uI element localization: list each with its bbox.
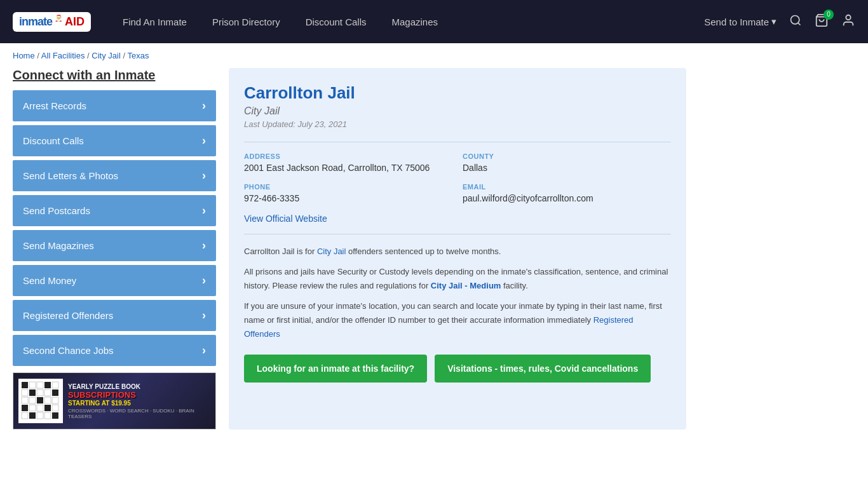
address-label: ADDRESS <box>244 152 452 160</box>
svg-rect-27 <box>37 412 43 419</box>
divider <box>244 234 671 234</box>
breadcrumb-all-facilities[interactable]: All Facilities <box>41 51 85 60</box>
address-section: ADDRESS 2001 East Jackson Road, Carrollt… <box>244 152 452 173</box>
chevron-right-icon: › <box>202 309 206 322</box>
svg-rect-26 <box>29 412 36 419</box>
sidebar-item-send-letters[interactable]: Send Letters & Photos › <box>13 160 216 191</box>
svg-rect-16 <box>29 397 36 403</box>
facility-desc-2: All prisons and jails have Security or C… <box>244 265 671 293</box>
breadcrumb-state[interactable]: Texas <box>127 51 149 60</box>
nav-discount-calls[interactable]: Discount Calls <box>306 17 367 27</box>
sidebar-item-label: Send Magazines <box>23 240 94 251</box>
chevron-right-icon: › <box>202 204 206 217</box>
sidebar-item-send-postcards[interactable]: Send Postcards › <box>13 195 216 226</box>
main-content: Connect with an Inmate Arrest Records › … <box>0 68 699 442</box>
svg-rect-12 <box>37 390 43 396</box>
svg-rect-21 <box>29 405 36 411</box>
looking-for-inmate-button[interactable]: Looking for an inmate at this facility? <box>244 355 427 383</box>
phone-label: PHONE <box>244 183 452 191</box>
email-label: EMAIL <box>463 183 671 191</box>
svg-rect-17 <box>37 397 43 403</box>
svg-rect-19 <box>52 397 58 403</box>
svg-rect-8 <box>44 382 51 388</box>
sidebar-item-label: Send Postcards <box>23 205 90 216</box>
facility-info-grid: ADDRESS 2001 East Jackson Road, Carrollt… <box>244 142 671 203</box>
breadcrumb: Home / All Facilities / City Jail / Texa… <box>0 43 868 68</box>
phone-section: PHONE 972-466-3335 <box>244 183 452 203</box>
sidebar-item-discount-calls[interactable]: Discount Calls › <box>13 125 216 156</box>
chevron-right-icon: › <box>202 344 206 357</box>
main-nav: Find An Inmate Prison Directory Discount… <box>123 17 685 27</box>
nav-prison-directory[interactable]: Prison Directory <box>212 17 280 27</box>
user-account-button[interactable] <box>841 13 855 30</box>
sidebar-item-arrest-records[interactable]: Arrest Records › <box>13 90 216 121</box>
header-right: Send to Inmate ▾ 0 <box>704 13 855 30</box>
city-jail-link-1[interactable]: City Jail <box>317 247 346 256</box>
send-to-inmate-button[interactable]: Send to Inmate ▾ <box>704 16 776 27</box>
sidebar-item-label: Send Letters & Photos <box>23 170 118 181</box>
chevron-right-icon: › <box>202 134 206 147</box>
svg-rect-5 <box>22 382 28 388</box>
visitations-button[interactable]: Visitations - times, rules, Covid cancel… <box>435 355 651 383</box>
svg-rect-29 <box>52 412 58 419</box>
sidebar-advertisement[interactable]: YEARLY PUZZLE BOOK SUBSCRIPTIONS STARTIN… <box>13 372 216 430</box>
facility-last-updated: Last Updated: July 23, 2021 <box>244 119 671 129</box>
email-value: paul.wilford@cityofcarrollton.com <box>463 193 671 203</box>
logo-hat: 🎅 <box>55 15 62 22</box>
cart-count-badge: 0 <box>824 10 834 20</box>
address-value: 2001 East Jackson Road, Carrollton, TX 7… <box>244 163 452 173</box>
svg-rect-9 <box>52 382 58 388</box>
ad-puzzle-image <box>18 379 63 423</box>
facility-desc-1: Carrollton Jail is for City Jail offende… <box>244 245 671 259</box>
sidebar-item-label: Send Money <box>23 275 76 286</box>
breadcrumb-home[interactable]: Home <box>13 51 35 60</box>
registered-offenders-link[interactable]: Registered Offenders <box>244 315 634 339</box>
logo[interactable]: inmate 🎅 AID <box>13 12 91 32</box>
city-jail-medium-link[interactable]: City Jail - Medium <box>431 281 501 290</box>
svg-rect-7 <box>37 382 43 388</box>
sidebar: Connect with an Inmate Arrest Records › … <box>13 68 216 430</box>
facility-name: Carrollton Jail <box>244 83 671 103</box>
chevron-right-icon: › <box>202 99 206 112</box>
breadcrumb-city-jail[interactable]: City Jail <box>92 51 121 60</box>
svg-rect-13 <box>44 390 51 396</box>
svg-line-1 <box>798 22 801 25</box>
nav-magazines[interactable]: Magazines <box>392 17 438 27</box>
svg-rect-6 <box>29 382 36 388</box>
logo-text: inmate <box>19 15 52 29</box>
sidebar-item-label: Discount Calls <box>23 135 84 146</box>
action-buttons: Looking for an inmate at this facility? … <box>244 355 671 383</box>
site-header: inmate 🎅 AID Find An Inmate Prison Direc… <box>0 0 868 43</box>
nav-find-inmate[interactable]: Find An Inmate <box>123 17 187 27</box>
sidebar-item-second-chance-jobs[interactable]: Second Chance Jobs › <box>13 335 216 366</box>
svg-rect-28 <box>44 412 51 419</box>
facility-type: City Jail <box>244 105 671 117</box>
svg-rect-23 <box>44 405 51 411</box>
cart-button[interactable]: 0 <box>815 13 829 30</box>
svg-point-3 <box>846 15 850 19</box>
sidebar-item-send-magazines[interactable]: Send Magazines › <box>13 230 216 261</box>
svg-point-0 <box>791 15 799 24</box>
phone-value: 972-466-3335 <box>244 193 452 203</box>
sidebar-item-label: Arrest Records <box>23 100 86 111</box>
facility-desc-3: If you are unsure of your inmate's locat… <box>244 299 671 341</box>
svg-rect-20 <box>22 405 28 411</box>
svg-rect-18 <box>44 397 51 403</box>
svg-rect-11 <box>29 390 36 396</box>
svg-rect-10 <box>22 390 28 396</box>
svg-rect-14 <box>52 390 58 396</box>
chevron-right-icon: › <box>202 239 206 252</box>
svg-rect-15 <box>22 397 28 403</box>
facility-detail-card: Carrollton Jail City Jail Last Updated: … <box>229 68 686 430</box>
sidebar-item-registered-offenders[interactable]: Registered Offenders › <box>13 300 216 331</box>
official-website-link[interactable]: View Official Website <box>244 214 327 224</box>
sidebar-item-send-money[interactable]: Send Money › <box>13 265 216 296</box>
sidebar-item-label: Second Chance Jobs <box>23 345 114 356</box>
search-button[interactable] <box>789 14 802 30</box>
svg-rect-24 <box>52 405 58 411</box>
county-section: COUNTY Dallas <box>463 152 671 173</box>
svg-rect-25 <box>22 412 28 419</box>
chevron-right-icon: › <box>202 274 206 287</box>
logo-aid: AID <box>65 15 85 29</box>
chevron-down-icon: ▾ <box>771 16 776 27</box>
